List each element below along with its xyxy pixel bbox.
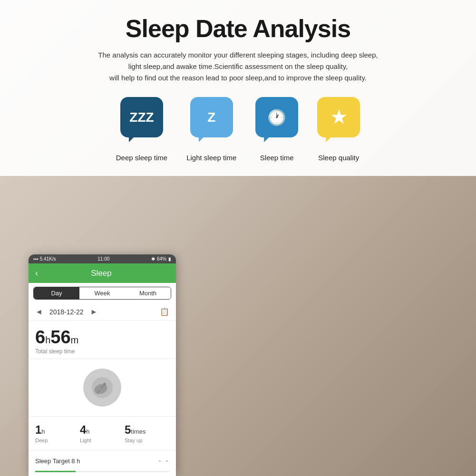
signal-icon: ▪▪▪: [33, 256, 39, 262]
sleep-quality-symbol: ★: [331, 107, 346, 127]
back-button[interactable]: ‹: [35, 268, 38, 278]
sleep-time-symbol: 🕐: [267, 108, 286, 126]
tab-month[interactable]: Month: [125, 287, 171, 299]
sleep-stats: 1h Deep 4h Light 5times Stay up: [29, 417, 176, 450]
date-prev-button[interactable]: ◄: [35, 308, 43, 316]
tab-bar: Day Week Month: [33, 287, 171, 300]
progress-bar-fill: [35, 471, 76, 472]
status-bar: ▪▪▪ 5.41K/s 11:00 ✱ 64% ▮: [29, 254, 176, 263]
date-next-button[interactable]: ►: [90, 308, 97, 316]
sleep-time-label: Total sleep time: [35, 348, 169, 355]
sleep-minutes: 56: [50, 327, 70, 347]
status-right: ✱ 64% ▮: [151, 256, 171, 262]
satellite-svg: [90, 376, 114, 399]
phone-mockup: ▪▪▪ 5.41K/s 11:00 ✱ 64% ▮ ‹ Sleep Day We…: [29, 254, 176, 476]
stat-stayup-value: 5times: [125, 423, 169, 437]
light-sleep-item: Z Light sleep time: [186, 97, 236, 162]
stat-deep-value: 1h: [35, 423, 80, 437]
sleep-time-display: 6h56m: [35, 328, 169, 346]
deep-sleep-bubble: ZZZ: [120, 97, 163, 137]
deep-sleep-label: Deep sleep time: [116, 154, 167, 162]
stat-light-label: Light: [80, 437, 125, 443]
sleep-target-label: Sleep Target 8 h: [35, 457, 80, 465]
date-nav: ◄ 2018-12-22 ► 📋: [29, 303, 176, 321]
hours-unit: h: [45, 335, 50, 345]
light-sleep-label: Light sleep time: [186, 154, 236, 162]
app-header: ‹ Sleep: [29, 263, 176, 283]
sleep-time-bubble: 🕐: [255, 97, 298, 137]
svg-point-3: [103, 383, 106, 386]
page-title: Sleep Date Analysis: [19, 14, 457, 43]
radar-icon: [83, 369, 121, 407]
battery-icon: ✱: [151, 256, 155, 262]
stat-stayup: 5times Stay up: [125, 423, 169, 443]
deep-sleep-symbol: ZZZ: [129, 110, 154, 125]
sleep-time-label: Sleep time: [260, 154, 294, 162]
sleep-time-item: 🕐 Sleep time: [255, 97, 298, 162]
status-left: ▪▪▪ 5.41K/s: [33, 256, 56, 262]
date-display: 2018-12-22: [49, 308, 84, 316]
battery-bar: ▮: [168, 256, 171, 262]
app-header-title: Sleep: [43, 269, 160, 278]
sleep-quality-label: Sleep quality: [318, 154, 359, 162]
battery-percent: 64%: [157, 256, 166, 262]
content-overlay: Sleep Date Analysis The analysis can acc…: [0, 0, 476, 176]
sleep-quality-item: ★ Sleep quality: [317, 97, 360, 162]
radar-area: [29, 359, 176, 417]
sleep-hours: 6: [35, 327, 45, 347]
deep-sleep-item: ZZZ Deep sleep time: [116, 97, 167, 162]
sleep-target-row: Sleep Target 8 h - -: [29, 450, 176, 471]
sleep-quality-bubble: ★: [317, 97, 360, 137]
calendar-icon[interactable]: 📋: [160, 307, 169, 316]
status-time: 11:00: [97, 256, 109, 262]
tab-week[interactable]: Week: [79, 287, 125, 299]
tab-day[interactable]: Day: [34, 287, 79, 299]
icons-row: ZZZ Deep sleep time Z Light sleep time 🕐…: [19, 97, 457, 162]
light-sleep-symbol: Z: [207, 110, 215, 125]
sleep-target-value: - -: [158, 456, 169, 466]
progress-bar-container: [35, 471, 169, 472]
sleep-time-section: 6h56m Total sleep time: [29, 321, 176, 359]
stat-deep: 1h Deep: [35, 423, 80, 443]
stat-light: 4h Light: [80, 423, 125, 443]
minutes-unit: m: [71, 335, 79, 345]
stat-light-value: 4h: [80, 423, 125, 437]
light-sleep-bubble: Z: [190, 97, 233, 137]
stat-deep-label: Deep: [35, 437, 80, 443]
stat-stayup-label: Stay up: [125, 437, 169, 443]
page-description: The analysis can accurately monitor your…: [19, 49, 457, 84]
data-speed: 5.41K/s: [40, 256, 56, 262]
